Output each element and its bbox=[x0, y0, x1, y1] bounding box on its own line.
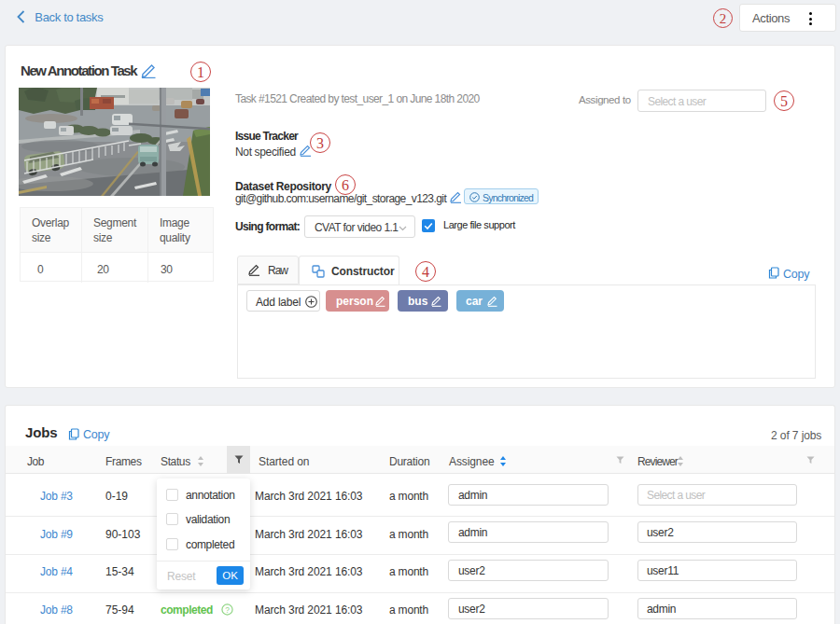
svg-text:?: ? bbox=[225, 605, 230, 615]
